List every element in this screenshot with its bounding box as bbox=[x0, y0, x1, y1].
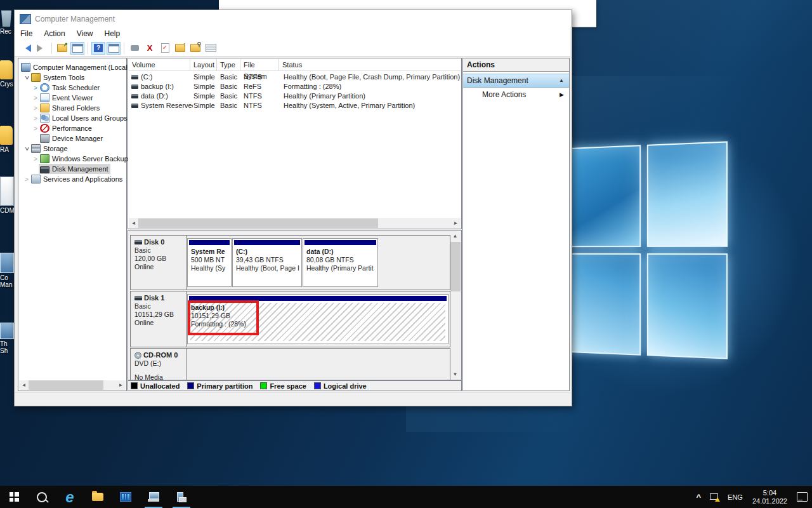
file-explorer-icon bbox=[92, 493, 103, 501]
chevron-collapsed-icon[interactable]: > bbox=[32, 105, 39, 112]
menu-view[interactable]: View bbox=[71, 27, 99, 40]
chevron-collapsed-icon[interactable]: > bbox=[32, 84, 39, 91]
column-header-filesystem[interactable]: File System bbox=[240, 59, 279, 70]
server-manager-button[interactable] bbox=[112, 486, 140, 508]
tree-item-storage[interactable]: > Storage bbox=[23, 144, 68, 154]
tree-item-device-manager[interactable]: Device Manager bbox=[39, 133, 103, 144]
scroll-left-icon[interactable]: ◄ bbox=[129, 218, 138, 228]
actions-more-actions[interactable]: More Actions ▶ bbox=[463, 89, 569, 101]
clock-date: 24.01.2022 bbox=[752, 497, 787, 505]
desktop-icon-file[interactable]: CDM bbox=[0, 177, 15, 214]
column-header-status[interactable]: Status bbox=[279, 59, 450, 70]
scrollbar-thumb[interactable] bbox=[138, 218, 378, 228]
tree-horizontal-scrollbar[interactable]: ◄ ► bbox=[19, 380, 126, 390]
desktop-icon-folder-2[interactable]: RA bbox=[0, 126, 15, 153]
disk-legend: Unallocated Primary partition Free space… bbox=[128, 380, 462, 391]
search-button[interactable] bbox=[28, 486, 56, 508]
tree-item-services-applications[interactable]: > Services and Applications bbox=[23, 174, 122, 184]
logo-pane bbox=[647, 141, 728, 247]
tree-item-windows-server-backup[interactable]: > Windows Server Backup bbox=[32, 154, 128, 164]
network-status-button[interactable] bbox=[705, 486, 723, 508]
tree-item-computer-management[interactable]: Computer Management (Local bbox=[20, 62, 128, 72]
announce-button[interactable] bbox=[128, 42, 141, 55]
tree-item-system-tools[interactable]: > System Tools bbox=[23, 72, 84, 83]
disk0-label[interactable]: Disk 0 Basic 120,00 GB Online bbox=[131, 236, 187, 290]
file-explorer-button[interactable] bbox=[84, 486, 112, 508]
volume-icon bbox=[131, 75, 138, 79]
back-button[interactable] bbox=[19, 42, 33, 55]
column-header-type[interactable]: Type bbox=[217, 59, 240, 70]
scroll-up-icon[interactable]: ▲ bbox=[450, 231, 460, 241]
internet-explorer-button[interactable]: e bbox=[56, 486, 84, 508]
scrollbar-thumb[interactable] bbox=[29, 380, 103, 390]
column-header-layout[interactable]: Layout bbox=[190, 59, 217, 70]
folder-up-icon: ↗ bbox=[57, 44, 67, 52]
chevron-collapsed-icon[interactable]: > bbox=[32, 95, 39, 102]
disk-vertical-scrollbar[interactable]: ▲ ▼ bbox=[450, 231, 461, 379]
cdrom-label[interactable]: CD-ROM 0 DVD (E:) No Media bbox=[131, 349, 187, 380]
check-disk-button[interactable]: ✓ bbox=[158, 42, 172, 55]
chevron-collapsed-icon[interactable]: > bbox=[23, 176, 30, 183]
add-folder-button[interactable]: ↑ bbox=[173, 42, 187, 55]
desktop-icon-recycle-bin[interactable]: Rec bbox=[0, 8, 15, 35]
show-action-pane-button[interactable] bbox=[107, 42, 121, 55]
folder-icon bbox=[0, 60, 13, 79]
collapse-caret-icon[interactable]: ▲ bbox=[559, 74, 564, 87]
find-folder-button[interactable]: ⚲ bbox=[188, 42, 202, 55]
console-tree-toggle-button[interactable] bbox=[70, 42, 84, 55]
menu-file[interactable]: File bbox=[15, 27, 38, 40]
logo-pane bbox=[565, 145, 641, 247]
tree-item-performance[interactable]: > Performance bbox=[32, 123, 92, 133]
tree-item-local-users-groups[interactable]: > Local Users and Groups bbox=[32, 113, 128, 123]
desktop-icon-shortcut-1[interactable]: Co Man bbox=[0, 253, 15, 288]
tower-drive-icon bbox=[176, 492, 187, 502]
local-users-icon bbox=[40, 114, 49, 123]
taskbar-clock[interactable]: 5:04 24.01.2022 bbox=[747, 489, 792, 505]
event-viewer-icon bbox=[40, 93, 49, 102]
desktop-icon-shortcut-2[interactable]: Th Sh bbox=[0, 323, 15, 354]
chevron-collapsed-icon[interactable]: > bbox=[32, 115, 39, 122]
disk0-row: Disk 0 Basic 120,00 GB Online System Re5… bbox=[130, 235, 450, 290]
action-pane-icon bbox=[108, 44, 119, 53]
tree-item-disk-management[interactable]: Disk Management bbox=[39, 164, 110, 174]
disk1-label[interactable]: Disk 1 Basic 10151,29 GB Online bbox=[131, 291, 187, 347]
volume-horizontal-scrollbar[interactable]: ◄ ► bbox=[129, 218, 461, 228]
partition-data[interactable]: data (D:)80,08 GB NTFSHealthy (Primary P… bbox=[303, 238, 378, 287]
tree-item-task-scheduler[interactable]: > Task Scheduler bbox=[32, 83, 100, 93]
scroll-down-icon[interactable]: ▼ bbox=[450, 370, 460, 379]
delete-button[interactable]: X bbox=[143, 42, 157, 55]
menu-action[interactable]: Action bbox=[38, 27, 70, 40]
language-indicator[interactable]: ENG bbox=[723, 486, 747, 508]
tree-item-event-viewer[interactable]: > Event Viewer bbox=[32, 93, 93, 103]
menu-help[interactable]: Help bbox=[99, 27, 126, 40]
properties-button[interactable] bbox=[204, 42, 218, 55]
disk-tool-taskbar-button[interactable] bbox=[167, 486, 195, 508]
forward-button[interactable] bbox=[34, 42, 48, 55]
folder-add-icon: ↑ bbox=[175, 44, 185, 52]
desktop: Rec Crys RA CDM Co Man Th Sh Computer Ma… bbox=[0, 0, 812, 508]
actions-disk-management-group[interactable]: Disk Management ▲ bbox=[463, 74, 569, 88]
scroll-left-icon[interactable]: ◄ bbox=[19, 380, 29, 390]
computer-management-taskbar-button[interactable] bbox=[140, 486, 167, 508]
column-header-volume[interactable]: Volume bbox=[129, 59, 190, 70]
chevron-expanded-icon[interactable]: > bbox=[23, 74, 30, 81]
help-button[interactable]: ? bbox=[91, 42, 105, 55]
desktop-icon-folder-1[interactable]: Crys bbox=[0, 60, 15, 88]
chevron-expanded-icon[interactable]: > bbox=[23, 145, 30, 152]
chevron-collapsed-icon[interactable]: > bbox=[32, 125, 39, 132]
menubar: File Action View Help bbox=[15, 27, 570, 41]
up-level-button[interactable]: ↗ bbox=[55, 42, 69, 55]
system-tray: ^ ENG 5:04 24.01.2022 bbox=[692, 486, 812, 508]
action-center-button[interactable] bbox=[792, 486, 812, 508]
scroll-right-icon[interactable]: ► bbox=[116, 380, 126, 390]
tree-item-shared-folders[interactable]: > Shared Folders bbox=[32, 103, 100, 113]
partition-c[interactable]: (C:)39,43 GB NTFSHealthy (Boot, Page I bbox=[232, 238, 302, 287]
titlebar[interactable]: Computer Management bbox=[15, 10, 219, 27]
scrollbar-thumb[interactable] bbox=[450, 242, 461, 291]
scroll-right-icon[interactable]: ► bbox=[451, 218, 461, 228]
start-button[interactable] bbox=[0, 486, 28, 508]
tray-expand-chevron[interactable]: ^ bbox=[692, 486, 706, 508]
services-icon bbox=[31, 175, 41, 184]
chevron-collapsed-icon[interactable]: > bbox=[32, 156, 39, 163]
partition-system-reserved[interactable]: System Re500 MB NTHealthy (Sy bbox=[187, 238, 232, 287]
